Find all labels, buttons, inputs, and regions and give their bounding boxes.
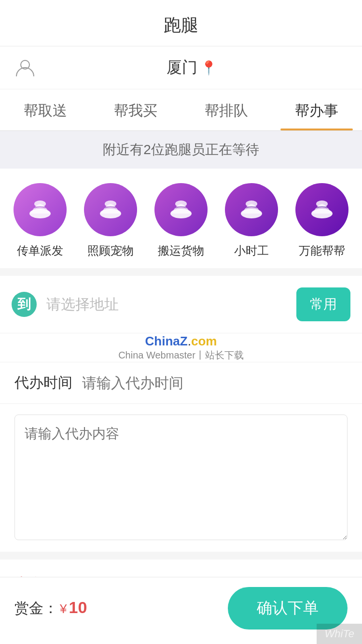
service-label-all-help: 万能帮帮 [299,243,345,258]
time-label: 代办时间 [14,373,72,393]
service-circle-moving [154,183,208,236]
service-item-moving[interactable]: 搬运货物 [154,183,208,258]
svg-point-8 [246,200,257,207]
user-icon[interactable] [14,57,36,78]
content-textarea[interactable] [14,415,348,540]
address-placeholder-text: 请选择地址 [46,295,296,315]
location-pin-icon: 📍 [200,60,217,76]
tab-help-errand[interactable]: 帮办事 [272,89,362,130]
white-watermark: WhiTe [317,624,362,644]
time-input[interactable] [82,375,348,391]
content-area [0,405,362,552]
address-badge: 到 [12,292,37,317]
notice-text: 附近有2位跑腿员正在等待 [103,142,259,157]
service-label-moving: 搬运货物 [158,243,204,258]
svg-point-10 [316,200,328,207]
bottom-bar: 赏金： ¥ 10 确认下单 [0,577,362,644]
tab-help-queue[interactable]: 帮排队 [181,89,272,130]
service-label-pet: 照顾宠物 [87,243,134,258]
tab-help-deliver[interactable]: 帮取送 [0,89,91,130]
header: 跑腿 [0,0,362,46]
service-circle-all-help [295,183,348,236]
service-item-all-help[interactable]: 万能帮帮 [295,183,348,258]
svg-point-2 [34,200,46,207]
confirm-order-button[interactable]: 确认下单 [228,587,348,630]
service-label-hourly: 小时工 [234,243,269,258]
service-circle-pet [84,183,137,236]
service-item-pet[interactable]: 照顾宠物 [84,183,137,258]
service-icons: 传单派发 照顾宠物 搬运货物 [0,169,362,268]
form-section: 到 请选择地址 常用 ChinaZ.com China Webmaster丨站长… [0,276,362,552]
location-bar: 厦门 📍 [0,46,362,89]
bottom-reward-symbol: ¥ [60,601,67,616]
service-item-flyer[interactable]: 传单派发 [14,183,67,258]
service-label-flyer: 传单派发 [17,243,63,258]
notice-banner: 附近有2位跑腿员正在等待 [0,131,362,169]
location-display[interactable]: 厦门 📍 [36,57,348,78]
tab-help-buy[interactable]: 帮我买 [91,89,181,130]
time-row: 代办时间 [0,362,362,404]
bottom-reward-amount: 10 [69,598,87,617]
city-name: 厦门 [167,57,197,78]
nav-tabs: 帮取送 帮我买 帮排队 帮办事 [0,89,362,131]
address-row[interactable]: 到 请选择地址 常用 [0,276,362,333]
bottom-reward-display: 赏金： ¥ 10 [14,598,87,618]
page-title: 跑腿 [164,15,198,35]
service-circle-flyer [14,183,67,236]
bottom-reward-label: 赏金： [14,599,58,618]
common-address-button[interactable]: 常用 [296,287,350,321]
service-circle-hourly [225,183,278,236]
svg-point-4 [105,200,116,207]
chinaz-watermark: ChinaZ.com China Webmaster丨站长下载 [118,334,244,362]
service-item-hourly[interactable]: 小时工 [225,183,278,258]
svg-point-6 [175,200,187,207]
